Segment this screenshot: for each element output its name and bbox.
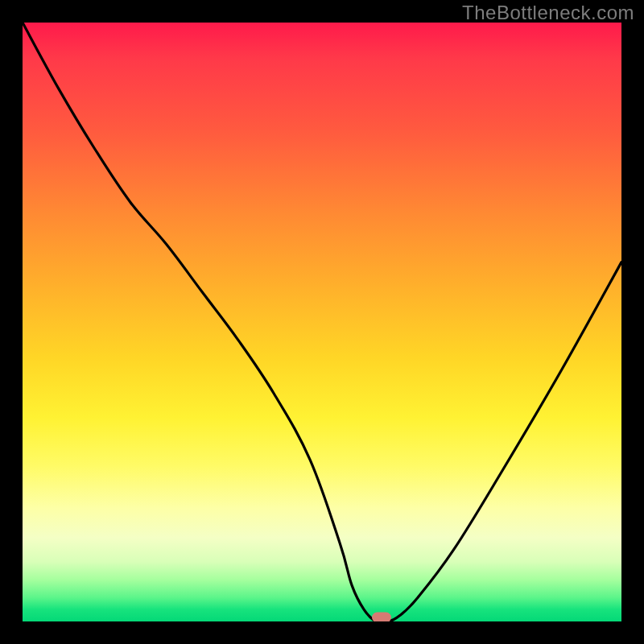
curve-path <box>23 23 621 621</box>
optimal-marker <box>372 613 391 622</box>
plot-area <box>23 23 621 621</box>
bottleneck-curve <box>23 23 621 621</box>
chart-frame: TheBottleneck.com <box>0 0 644 644</box>
watermark-text: TheBottleneck.com <box>462 2 634 24</box>
